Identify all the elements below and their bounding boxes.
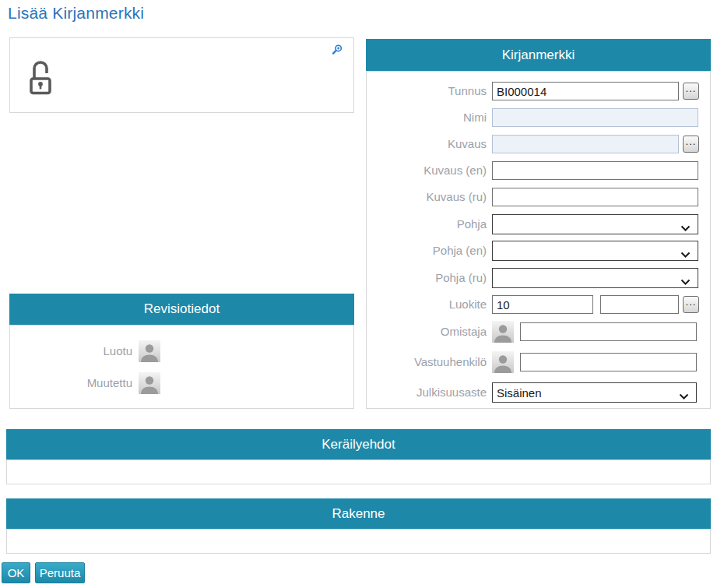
cancel-button[interactable]: Peruuta: [35, 562, 85, 583]
vastuuhenkilo-label: Vastuuhenkilö: [366, 351, 487, 373]
omistaja-input[interactable]: [520, 322, 697, 341]
kuvaus-ru-input[interactable]: [492, 188, 698, 206]
tunnus-browse-button[interactable]: ...: [683, 83, 699, 100]
pohja-en-label: Pohja (en): [366, 241, 487, 261]
luokite-label: Luokite: [366, 295, 487, 314]
luokite-code-input[interactable]: [492, 295, 593, 314]
kuvaus-label: Kuvaus: [366, 135, 487, 153]
julkisuusaste-select[interactable]: Sisäinen: [492, 382, 697, 403]
tunnus-label: Tunnus: [366, 82, 487, 100]
zoom-in-icon[interactable]: [332, 44, 343, 58]
ok-button[interactable]: OK: [2, 562, 30, 583]
kuvaus-en-label: Kuvaus (en): [366, 161, 487, 180]
kirjanmerkki-header: Kirjanmerkki: [366, 39, 711, 71]
kuvaus-en-input[interactable]: [492, 161, 698, 180]
kuvaus-input: [492, 135, 679, 153]
rakenne-header: Rakenne: [6, 498, 711, 529]
kuvaus-ru-label: Kuvaus (ru): [366, 188, 487, 206]
luokite-name-input[interactable]: [600, 295, 679, 314]
kerailyehdot-panel: [6, 459, 711, 484]
pohja-ru-select[interactable]: [492, 268, 698, 288]
luokite-browse-button[interactable]: ...: [683, 296, 699, 313]
muutettu-person-icon: [139, 372, 160, 394]
luotu-label: Luotu: [9, 340, 132, 362]
muutettu-label: Muutettu: [9, 372, 132, 394]
unlocked-padlock-icon: [29, 58, 52, 99]
luotu-person-icon: [139, 340, 160, 362]
omistaja-person-icon[interactable]: [492, 321, 514, 343]
tunnus-input[interactable]: [492, 82, 679, 100]
kerailyehdot-header: Keräilyehdot: [6, 429, 711, 459]
julkisuusaste-label: Julkisuusaste: [366, 382, 487, 403]
rakenne-panel: [6, 529, 711, 554]
pohja-select[interactable]: [492, 214, 698, 234]
pohja-en-select[interactable]: [492, 241, 698, 261]
pohja-ru-label: Pohja (ru): [366, 268, 487, 288]
revisiotiedot-panel: [9, 325, 354, 409]
nimi-input: [492, 108, 698, 127]
page-title: Lisää Kirjanmerkki: [8, 4, 144, 23]
pohja-label: Pohja: [366, 214, 487, 234]
kuvaus-browse-button[interactable]: ...: [683, 136, 699, 153]
revisiotiedot-header: Revisiotiedot: [9, 294, 354, 325]
vastuuhenkilo-input[interactable]: [520, 353, 697, 371]
bookmark-image-box: [9, 37, 354, 113]
vastuuhenkilo-person-icon[interactable]: [492, 351, 514, 373]
omistaja-label: Omistaja: [366, 321, 487, 343]
nimi-label: Nimi: [366, 108, 487, 127]
